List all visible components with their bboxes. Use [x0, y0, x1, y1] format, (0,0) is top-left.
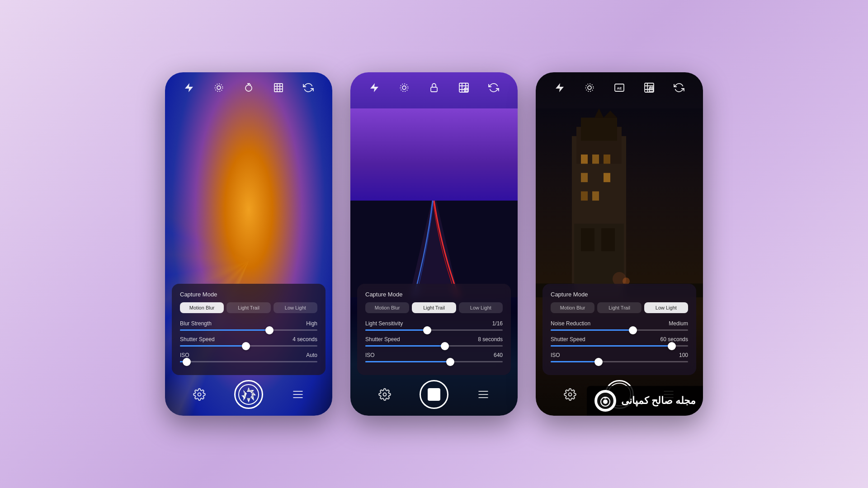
refresh-icon-2[interactable]	[486, 80, 501, 95]
flash-icon-2[interactable]	[367, 80, 382, 95]
phone3-motion-blur-btn[interactable]: Motion Blur	[551, 302, 594, 313]
grid-icon[interactable]	[271, 80, 286, 95]
phone1-blur-fill	[180, 329, 269, 331]
lock-icon-2[interactable]	[427, 80, 441, 95]
phone2-iso-row: ISO 640	[365, 352, 503, 362]
phone1-low-light-btn[interactable]: Low Light	[274, 302, 317, 313]
phone3-low-light-btn[interactable]: Low Light	[644, 302, 688, 313]
phone2-iso-header: ISO 640	[365, 352, 503, 358]
grid-lock-icon-3[interactable]	[642, 80, 656, 95]
phone3-iso-thumb[interactable]	[594, 358, 603, 366]
svg-marker-47	[556, 83, 564, 92]
phone1-blur-value: High	[306, 320, 317, 327]
phone3-noise-header: Noise Reduction Medium	[551, 320, 688, 327]
svg-point-49	[586, 84, 594, 92]
phone-3: AE Capture Mode Motion Blur Light Trail …	[536, 72, 703, 416]
phone1-settings-icon[interactable]	[193, 388, 206, 401]
phone3-iso-row: ISO 100	[551, 352, 688, 362]
svg-point-48	[588, 86, 591, 89]
phone2-light-trail-btn[interactable]: Light Trail	[412, 302, 456, 313]
phone1-shutter-row: Shutter Speed 4 seconds	[180, 336, 317, 347]
phone2-motion-blur-btn[interactable]: Motion Blur	[365, 302, 409, 313]
phone1-toolbar	[165, 72, 332, 100]
phone3-mode-buttons: Motion Blur Light Trail Low Light	[551, 302, 688, 313]
phone2-sensitivity-track[interactable]	[365, 329, 503, 331]
phone2-sensitivity-fill	[365, 329, 427, 331]
phone3-iso-fill	[551, 361, 599, 362]
phone1-iso-row: ISO Auto	[180, 352, 317, 362]
phone1-iso-thumb[interactable]	[183, 358, 191, 366]
grid-lock-icon-2[interactable]	[457, 80, 471, 95]
phone2-bottom-bar	[350, 377, 518, 416]
phone3-content: AE Capture Mode Motion Blur Light Trail …	[536, 72, 703, 416]
phone3-noise-thumb[interactable]	[629, 326, 637, 334]
phone1-blur-thumb[interactable]	[265, 326, 274, 334]
watermark: مجله صالح کمپانی	[587, 386, 703, 416]
focus-icon[interactable]	[212, 80, 226, 95]
phone1-motion-blur-btn[interactable]: Motion Blur	[180, 302, 224, 313]
phone1-iso-track[interactable]	[180, 361, 317, 362]
phone3-noise-row: Noise Reduction Medium	[551, 320, 688, 331]
phone1-iso-value: Auto	[306, 352, 317, 358]
phone1-blur-strength-row: Blur Strength High	[180, 320, 317, 331]
phone3-iso-track[interactable]	[551, 361, 688, 362]
phone1-light-trail-btn[interactable]: Light Trail	[226, 302, 270, 313]
refresh-icon[interactable]	[301, 80, 316, 95]
phone2-capture-label: Capture Mode	[365, 291, 503, 298]
phone1-shutter-fill	[180, 345, 246, 347]
phone2-menu-icon[interactable]	[477, 388, 490, 401]
phone1-shutter-value: 4 seconds	[292, 336, 317, 343]
phone2-toolbar	[350, 72, 518, 100]
phone-1: Capture Mode Motion Blur Light Trail Low…	[165, 72, 332, 416]
flash-icon-3[interactable]	[552, 80, 567, 95]
phone2-sensitivity-value: 1/16	[492, 320, 503, 327]
flash-icon[interactable]	[182, 80, 196, 95]
phone3-iso-header: ISO 100	[551, 352, 688, 358]
phone2-iso-track[interactable]	[365, 361, 503, 362]
phone3-iso-value: 100	[679, 352, 688, 358]
phone3-shutter-fill	[551, 345, 672, 347]
svg-text:AE: AE	[617, 86, 622, 90]
phone1-blur-track[interactable]	[180, 329, 317, 331]
phone3-shutter-track[interactable]	[551, 345, 688, 347]
svg-point-62	[603, 399, 608, 404]
svg-point-9	[198, 393, 201, 396]
phone3-shutter-value: 60 seconds	[660, 336, 688, 343]
phone3-shutter-thumb[interactable]	[668, 342, 676, 350]
phone3-noise-value: Medium	[669, 320, 688, 327]
phone2-iso-thumb[interactable]	[446, 358, 454, 366]
phone2-controls: Capture Mode Motion Blur Light Trail Low…	[357, 284, 511, 375]
svg-point-55	[568, 393, 571, 396]
phone1-menu-icon[interactable]	[292, 388, 304, 401]
phone3-noise-fill	[551, 329, 633, 331]
phone2-shutter-track[interactable]	[365, 345, 503, 347]
svg-rect-23	[464, 88, 468, 92]
phone2-sensitivity-thumb[interactable]	[423, 326, 431, 334]
phone2-content: Capture Mode Motion Blur Light Trail Low…	[350, 72, 518, 416]
svg-point-19	[402, 86, 406, 89]
phone1-shutter-track[interactable]	[180, 345, 317, 347]
phone1-shutter-thumb[interactable]	[242, 342, 250, 350]
refresh-icon-3[interactable]	[672, 80, 686, 95]
svg-point-3	[245, 85, 252, 91]
phone1-shutter-btn[interactable]	[234, 380, 263, 409]
focus-icon-3[interactable]	[582, 80, 597, 95]
phone2-shutter-thumb[interactable]	[441, 342, 449, 350]
svg-point-1	[217, 86, 221, 89]
ae-icon-3[interactable]: AE	[612, 80, 627, 95]
phone1-capture-label: Capture Mode	[180, 291, 317, 298]
timer-icon[interactable]	[241, 80, 256, 95]
phone2-stop-btn[interactable]	[420, 380, 448, 409]
phone2-shutter-row: Shutter Speed 8 seconds	[365, 336, 503, 347]
phone1-shutter-label: Shutter Speed	[180, 336, 215, 343]
phone2-settings-icon[interactable]	[378, 388, 391, 401]
focus-icon-2[interactable]	[397, 80, 411, 95]
phone3-settings-icon[interactable]	[564, 388, 576, 401]
phone3-noise-track[interactable]	[551, 329, 688, 331]
phone1-blur-header: Blur Strength High	[180, 320, 317, 327]
phone1-blur-label: Blur Strength	[180, 320, 212, 327]
phone3-light-trail-btn[interactable]: Light Trail	[597, 302, 641, 313]
phone2-shutter-header: Shutter Speed 8 seconds	[365, 336, 503, 343]
phone2-low-light-btn[interactable]: Low Light	[459, 302, 503, 313]
phone3-shutter-header: Shutter Speed 60 seconds	[551, 336, 688, 343]
